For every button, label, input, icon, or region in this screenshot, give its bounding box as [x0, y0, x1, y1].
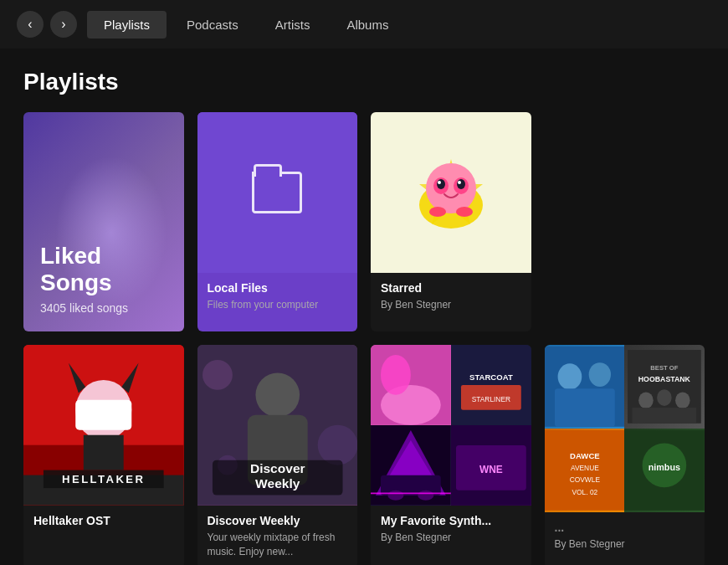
starred-image: [371, 112, 531, 273]
svg-text:Discover: Discover: [249, 461, 305, 475]
synth-subtitle: By Ben Stegner: [381, 531, 521, 545]
local-files-subtitle: Files from your computer: [208, 298, 348, 312]
folder-icon: [252, 172, 302, 213]
svg-text:Weekly: Weekly: [255, 476, 300, 491]
svg-point-2: [426, 163, 476, 213]
synth-info: My Favorite Synth... By Ben Stegner: [371, 506, 531, 545]
tab-albums[interactable]: Albums: [330, 11, 405, 39]
svg-text:STARCOAT: STARCOAT: [469, 372, 513, 382]
local-files-title: Local Files: [208, 281, 348, 295]
svg-rect-50: [554, 389, 614, 427]
svg-text:WNE: WNE: [479, 464, 503, 475]
benstegner-card[interactable]: BEST OF HOOBASTANK DAWCE AVENUE CO: [545, 345, 705, 565]
discover-weekly-info: Discover Weekly Your weekly mixtape of f…: [197, 506, 358, 559]
svg-point-10: [456, 207, 473, 217]
benstegner-subtitle: By Ben Stegner: [555, 537, 695, 552]
local-files-info: Local Files Files from your computer: [197, 273, 358, 322]
synth-cell-1: [371, 345, 451, 425]
svg-point-49: [588, 362, 610, 387]
benstegner-cell-4: nimbus: [624, 429, 705, 512]
svg-point-7: [438, 181, 441, 184]
svg-point-25: [317, 425, 357, 465]
synth-image: STARCOAT STARLINER: [371, 345, 531, 506]
svg-point-42: [418, 491, 433, 501]
svg-point-32: [381, 355, 411, 395]
back-button[interactable]: ‹: [17, 11, 44, 38]
svg-text:HELLTAKER: HELLTAKER: [62, 473, 145, 485]
synth-card[interactable]: STARCOAT STARLINER: [371, 345, 531, 565]
benstegner-info: ... By Ben Stegner: [545, 512, 705, 552]
helltaker-image: HELLTAKER: [23, 345, 184, 506]
tab-artists[interactable]: Artists: [259, 11, 327, 39]
local-files-card[interactable]: Local Files Files from your computer: [197, 112, 358, 331]
starred-card[interactable]: Starred By Ben Stegner: [371, 112, 531, 331]
svg-point-8: [458, 181, 461, 184]
starred-title: Starred: [381, 281, 521, 295]
discover-weekly-card[interactable]: Discover Weekly Discover Weekly Your wee…: [197, 345, 358, 565]
page-content: Playlists Liked Songs 3405 liked songs L…: [0, 49, 728, 565]
synth-cell-2: STARCOAT STARLINER: [451, 345, 531, 425]
helltaker-title: Helltaker OST: [33, 514, 174, 527]
page-title: Playlists: [23, 69, 705, 95]
benstegner-image: BEST OF HOOBASTANK DAWCE AVENUE CO: [545, 345, 705, 512]
svg-point-41: [387, 491, 403, 501]
liked-songs-title: Liked Songs: [40, 243, 167, 296]
svg-text:HOOBASTANK: HOOBASTANK: [638, 376, 691, 384]
discover-art: Discover Weekly: [197, 345, 358, 506]
svg-rect-17: [75, 400, 131, 430]
svg-point-9: [429, 207, 446, 217]
svg-text:DAWCE: DAWCE: [570, 451, 600, 460]
forward-button[interactable]: ›: [50, 11, 77, 38]
svg-point-22: [255, 373, 300, 418]
discover-weekly-subtitle: Your weekly mixtape of fresh music. Enjo…: [208, 531, 348, 559]
svg-rect-18: [84, 435, 124, 470]
svg-text:nimbus: nimbus: [649, 462, 680, 472]
kirby-svg: [401, 142, 501, 243]
svg-text:AVENUE: AVENUE: [570, 464, 598, 472]
benstegner-title: ...: [555, 521, 695, 534]
synth-cell-4: WNE: [451, 425, 531, 506]
helltaker-info: Helltaker OST: [23, 506, 184, 527]
nav-tabs: Playlists Podcasts Artists Albums: [87, 11, 405, 39]
synth-title: My Favorite Synth...: [381, 514, 521, 527]
nav-bar: ‹ › Playlists Podcasts Artists Albums: [0, 0, 728, 49]
tab-playlists[interactable]: Playlists: [87, 11, 167, 39]
svg-point-55: [657, 389, 672, 406]
svg-point-54: [638, 393, 654, 409]
playlist-grid: Liked Songs 3405 liked songs Local Files…: [23, 112, 705, 565]
svg-point-24: [202, 360, 232, 390]
starred-info: Starred By Ben Stegner: [371, 273, 531, 312]
starred-subtitle: By Ben Stegner: [381, 298, 521, 312]
liked-songs-card[interactable]: Liked Songs 3405 liked songs: [23, 112, 184, 331]
helltaker-card[interactable]: HELLTAKER Helltaker OST: [23, 345, 184, 565]
svg-text:STARLINER: STARLINER: [471, 396, 510, 404]
svg-text:VOL. 02: VOL. 02: [572, 488, 597, 496]
svg-text:BEST OF: BEST OF: [651, 364, 679, 372]
svg-point-48: [557, 364, 582, 390]
svg-point-5: [437, 179, 445, 189]
liked-songs-count: 3405 liked songs: [40, 301, 167, 315]
svg-point-56: [675, 393, 690, 409]
benstegner-cell-1: [545, 345, 625, 429]
discover-weekly-title: Discover Weekly: [208, 514, 348, 527]
tab-podcasts[interactable]: Podcasts: [170, 11, 255, 39]
local-files-image: [197, 112, 358, 273]
svg-rect-57: [633, 408, 697, 424]
discover-weekly-image: Discover Weekly: [197, 345, 358, 506]
svg-text:COVWLE: COVWLE: [569, 475, 600, 484]
helltaker-art: HELLTAKER: [23, 345, 184, 506]
benstegner-cell-3: DAWCE AVENUE COVWLE VOL. 02: [545, 429, 625, 512]
svg-point-6: [457, 179, 465, 189]
benstegner-cell-2: BEST OF HOOBASTANK: [624, 345, 705, 429]
synth-cell-3: [371, 425, 451, 506]
